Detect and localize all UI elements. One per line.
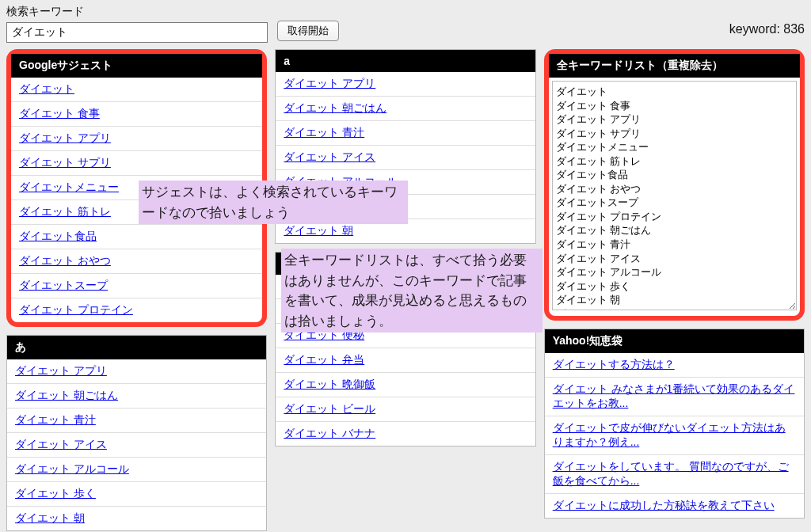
list-item: ダイエットする方法は？: [545, 353, 804, 377]
list-item: ダイエット アイス: [276, 145, 535, 169]
keyword-link[interactable]: ダイエット アイス: [284, 150, 375, 163]
keyword-link[interactable]: ダイエット みなさまが1番続いて効果のあるダイエットをお教...: [553, 382, 795, 409]
list-item: ダイエット アプリ: [7, 359, 266, 383]
list-item: ダイエット 青汁: [7, 408, 266, 432]
list-item: ダイエット 晩御飯: [276, 372, 535, 397]
keyword-link[interactable]: ダイエットする方法は？: [553, 358, 675, 370]
list-item: ダイエット アプリ: [11, 126, 262, 150]
keyword-link[interactable]: ダイエット 弁当: [284, 353, 364, 366]
search-label: 検索キーワード: [6, 5, 268, 19]
list-item: ダイエット食品: [11, 224, 262, 249]
keyword-link[interactable]: ダイエット 青汁: [15, 413, 96, 426]
list-item: ダイエット 朝: [7, 506, 266, 530]
list-item: ダイエット アプリ: [276, 72, 535, 96]
list-item: ダイエット おやつ: [11, 249, 262, 273]
keyword-link[interactable]: ダイエット アプリ: [284, 77, 375, 89]
keyword-link[interactable]: ダイエット 食事: [19, 107, 100, 120]
group-a-panel: あ ダイエット アプリ ダイエット 朝ごはん ダイエット 青汁 ダイエット アイ…: [6, 335, 267, 531]
keyword-link[interactable]: ダイエットスープ: [19, 279, 108, 291]
all-keywords-panel: 全キーワードリスト（重複除去）: [544, 49, 805, 321]
list-item: ダイエット 食事: [11, 101, 262, 126]
keyword-link[interactable]: ダイエット 歩く: [15, 487, 96, 500]
list-item: ダイエット: [11, 78, 262, 101]
fetch-button[interactable]: 取得開始: [277, 21, 339, 41]
keyword-link[interactable]: ダイエット 晩御飯: [284, 378, 375, 390]
keyword-link[interactable]: ダイエット アプリ: [19, 131, 111, 144]
list-item: ダイエットで皮が伸びないダイエット方法はありますか？例え...: [545, 416, 804, 454]
list-item: ダイエット みなさまが1番続いて効果のあるダイエットをお教...: [545, 377, 804, 416]
list-item: ダイエット 青汁: [276, 120, 535, 145]
keyword-link[interactable]: ダイエット 朝: [284, 224, 353, 237]
callout-allkeywords: 全キーワードリストは、すべて拾う必要はありませんが、このキーワードで記事を書いて…: [281, 249, 543, 332]
all-keywords-title: 全キーワードリスト（重複除去）: [549, 54, 800, 78]
keyword-link[interactable]: ダイエット おやつ: [19, 254, 111, 267]
yahoo-title: Yahoo!知恵袋: [545, 329, 804, 353]
search-input[interactable]: [6, 22, 268, 43]
keyword-link[interactable]: ダイエット ビール: [284, 402, 375, 415]
group-alph-a-title: a: [276, 50, 535, 72]
list-item: ダイエットスープ: [11, 273, 262, 298]
group-a-title: あ: [7, 336, 266, 359]
list-item: ダイエット アイス: [7, 432, 266, 457]
keyword-link[interactable]: ダイエット: [19, 82, 74, 95]
keyword-count: keyword: 836: [729, 22, 805, 36]
list-item: ダイエット サプリ: [11, 150, 262, 175]
keyword-link[interactable]: ダイエット 青汁: [284, 126, 364, 139]
all-keywords-textarea[interactable]: [552, 81, 797, 310]
list-item: ダイエット 歩く: [7, 481, 266, 506]
list-item: ダイエット アルコール: [7, 457, 266, 481]
yahoo-panel: Yahoo!知恵袋 ダイエットする方法は？ ダイエット みなさまが1番続いて効果…: [544, 329, 805, 519]
keyword-link[interactable]: ダイエットに成功した方秘訣を教えて下さい: [553, 499, 775, 511]
keyword-link[interactable]: ダイエットメニュー: [19, 180, 119, 193]
keyword-link[interactable]: ダイエット バナナ: [284, 427, 375, 439]
keyword-link[interactable]: ダイエット アルコール: [15, 462, 129, 475]
keyword-link[interactable]: ダイエット 朝: [15, 511, 85, 524]
list-item: ダイエット バナナ: [276, 421, 535, 446]
callout-suggest: サジェストは、よく検索されているキーワードなので拾いましょう: [139, 180, 408, 224]
list-item: ダイエット 弁当: [276, 348, 535, 372]
keyword-link[interactable]: ダイエット アイス: [15, 438, 107, 450]
keyword-link[interactable]: ダイエット 朝ごはん: [284, 101, 386, 114]
keyword-link[interactable]: ダイエットで皮が伸びないダイエット方法はありますか？例え...: [553, 421, 786, 448]
keyword-link[interactable]: ダイエット アプリ: [15, 364, 107, 377]
keyword-link[interactable]: ダイエット 筋トレ: [19, 205, 111, 218]
list-item: ダイエットをしています。 質問なのですが、ご飯を食べてから...: [545, 454, 804, 493]
google-suggest-title: Googleサジェスト: [11, 54, 262, 78]
keyword-link[interactable]: ダイエット食品: [19, 230, 97, 242]
list-item: ダイエット プロテイン: [11, 298, 262, 322]
keyword-link[interactable]: ダイエットをしています。 質問なのですが、ご飯を食べてから...: [553, 460, 789, 487]
list-item: ダイエット 朝ごはん: [276, 96, 535, 120]
list-item: ダイエット 朝ごはん: [7, 383, 266, 408]
list-item: ダイエット ビール: [276, 397, 535, 421]
keyword-link[interactable]: ダイエット プロテイン: [19, 303, 133, 316]
keyword-link[interactable]: ダイエット サプリ: [19, 156, 111, 169]
keyword-link[interactable]: ダイエット 朝ごはん: [15, 389, 118, 401]
list-item: ダイエットに成功した方秘訣を教えて下さい: [545, 493, 804, 518]
